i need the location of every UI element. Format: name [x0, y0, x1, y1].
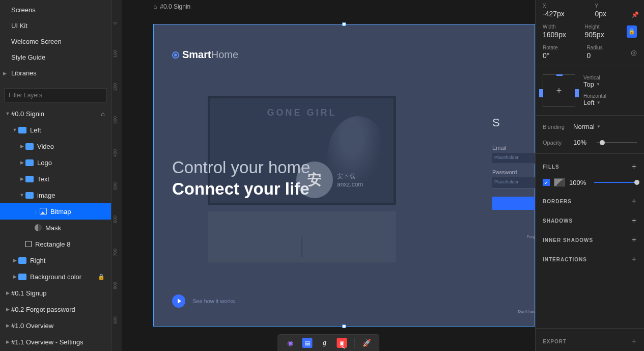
alignment-controls: – + – VerticalTop▼ HorizontalLeft▼	[536, 69, 644, 112]
divider	[354, 338, 355, 348]
nav-screens[interactable]: Screens	[0, 2, 111, 18]
play-button[interactable]	[172, 294, 185, 308]
signin-heading: S	[492, 116, 535, 129]
headline: Control your home Connect your life	[172, 158, 310, 199]
layer-rect8[interactable]: Rectangle 8	[0, 236, 111, 252]
opacity-label: Opacity	[543, 140, 567, 146]
layer-text[interactable]: ▶Text	[0, 171, 111, 187]
bottom-toolbar: ◉ ▤ g ▣↖ 🚀	[277, 334, 380, 351]
nav-styleguide[interactable]: Style Guide	[0, 49, 111, 65]
y-label: Y	[595, 3, 637, 9]
layer-mask[interactable]: Mask	[0, 220, 111, 236]
disclosure-icon: ▶	[4, 307, 11, 312]
layer-image[interactable]: ▼image	[0, 187, 111, 203]
lock-proportions-button[interactable]: 🔒	[627, 25, 637, 38]
folder-icon	[18, 127, 26, 133]
signin-button[interactable]	[492, 197, 535, 210]
logo-icon	[172, 51, 179, 59]
width-value[interactable]: 1609px	[543, 31, 575, 39]
radius-value[interactable]: 0	[587, 51, 621, 60]
home-icon: ⌂	[153, 3, 157, 10]
add-shadow-button[interactable]: +	[632, 216, 637, 225]
chevron-down-icon: ▼	[596, 82, 600, 87]
layer-bgcolor[interactable]: ▶Background color🔒	[0, 268, 111, 285]
layer-bitmap[interactable]: ↓Bitmap	[0, 203, 111, 220]
horizontal-value[interactable]: Left▼	[583, 99, 606, 106]
play-row: See how it works	[172, 294, 235, 308]
fill-swatch[interactable]	[554, 178, 565, 186]
pin-icon[interactable]: 📌	[631, 11, 639, 18]
height-label: Height	[585, 24, 617, 30]
width-label: Width	[543, 24, 575, 30]
vertical-value[interactable]: Top▼	[583, 80, 606, 88]
fill-checkbox[interactable]: ✓	[543, 179, 550, 186]
folder-icon	[25, 143, 34, 150]
nav-libraries[interactable]: ▶Libraries	[0, 65, 111, 81]
breadcrumb[interactable]: ⌂ #0.0 Signin	[153, 3, 190, 10]
layer-forgotpw[interactable]: ▶#0.2 Forgot password	[0, 301, 111, 317]
layer-left[interactable]: ▼Left	[0, 122, 111, 138]
inspector-panel: 📌 X-427px Y0px Width1609px Height905px 🔒…	[535, 0, 644, 351]
selection-handle-top[interactable]	[343, 22, 346, 26]
selection-handle-bottom[interactable]	[343, 325, 346, 328]
x-value[interactable]: -427px	[543, 10, 585, 18]
disclosure-icon: ▶	[18, 160, 25, 165]
password-label: Password	[492, 169, 535, 175]
align-grid[interactable]: – + –	[543, 74, 575, 107]
chevron-down-icon: ▼	[597, 124, 601, 129]
layer-signin[interactable]: ▼#0.0 Signin⌂	[0, 105, 111, 122]
export-header: EXPORT	[543, 339, 567, 344]
forgot-link[interactable]: Forg	[492, 234, 535, 239]
x-label: X	[543, 3, 585, 9]
folder-icon	[25, 176, 34, 182]
nav-top: Screens UI Kit Welcome Screen Style Guid…	[0, 0, 111, 85]
align-right-handle: –	[575, 89, 579, 97]
artboard-signin[interactable]: SmartHome GONE GIRL Control your home Co…	[153, 24, 535, 327]
rotate-value[interactable]: 0°	[543, 51, 577, 60]
add-export-button[interactable]: +	[632, 337, 637, 346]
fills-header: FILLS	[543, 164, 559, 170]
layer-video[interactable]: ▶Video	[0, 138, 111, 154]
y-value[interactable]: 0px	[595, 10, 637, 18]
disclosure-icon: ▶	[11, 258, 18, 263]
folder-icon	[25, 192, 34, 199]
filter-layers-input[interactable]	[4, 88, 107, 102]
smarthome-logo: SmartHome	[172, 49, 238, 61]
tool-red-icon[interactable]: ▣↖	[337, 338, 347, 348]
add-border-button[interactable]: +	[632, 197, 637, 206]
layer-right[interactable]: ▶Right	[0, 252, 111, 268]
rectangle-icon	[25, 241, 32, 247]
nav-welcome[interactable]: Welcome Screen	[0, 34, 111, 49]
blending-value[interactable]: Normal▼	[573, 123, 601, 130]
nav-uikit[interactable]: UI Kit	[0, 18, 111, 34]
mask-icon	[35, 224, 42, 231]
folder-icon	[25, 159, 34, 166]
borders-header: BORDERS	[543, 199, 572, 204]
fill-opacity[interactable]: 100%	[569, 179, 586, 186]
disclosure-icon: ▶	[18, 144, 25, 149]
tool-rocket-icon[interactable]: 🚀	[362, 338, 372, 348]
layer-logo[interactable]: ▶Logo	[0, 154, 111, 171]
layer-overview[interactable]: ▶#1.0 Overview	[0, 317, 111, 334]
shadows-header: SHADOWS	[543, 218, 573, 224]
tool-g-icon[interactable]: g	[320, 338, 330, 348]
email-input[interactable]: Placeholder	[492, 153, 535, 164]
height-value[interactable]: 905px	[585, 31, 617, 39]
headline-line2: Connect your life	[172, 179, 310, 199]
opacity-value[interactable]: 10%	[573, 139, 586, 146]
layer-signup[interactable]: ▶#0.1 Signup	[0, 285, 111, 301]
add-fill-button[interactable]: +	[632, 162, 637, 171]
image-icon	[40, 208, 47, 215]
opacity-slider[interactable]	[597, 142, 637, 143]
add-inner-shadow-button[interactable]: +	[632, 235, 637, 245]
canvas[interactable]: ⌂ #0.0 Signin SmartHome GONE GIRL Contro…	[122, 0, 535, 351]
layer-overviewset[interactable]: ▶#1.1 Overview - Settings	[0, 334, 111, 350]
disclosure-icon: ▶	[4, 323, 11, 328]
target-icon[interactable]: ◎	[631, 48, 637, 57]
add-interaction-button[interactable]: +	[632, 255, 637, 264]
tool-stack-icon[interactable]: ▤	[302, 338, 313, 348]
vertical-label: Vertical	[583, 75, 606, 80]
password-input[interactable]: Placeholder	[492, 177, 535, 188]
tool-compass-icon[interactable]: ◉	[285, 338, 295, 348]
fill-slider[interactable]	[594, 182, 637, 183]
